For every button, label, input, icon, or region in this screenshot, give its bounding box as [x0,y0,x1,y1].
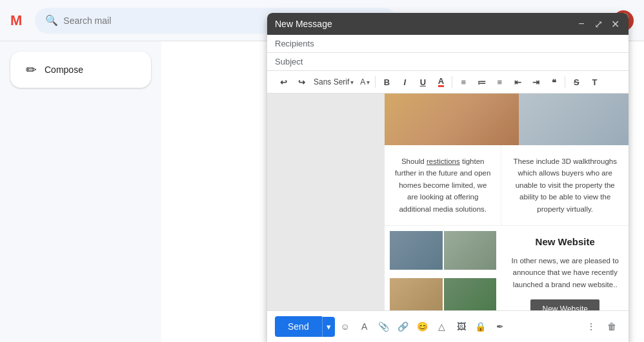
grid-image-4 [444,278,497,310]
underline-button[interactable]: U [414,74,431,90]
compose-header[interactable]: New Message − ⤢ ✕ [267,13,629,35]
minimize-icon[interactable]: − [576,18,587,30]
close-icon[interactable]: ✕ [609,18,621,30]
compose-plus-icon: ✏ [26,62,37,77]
font-color-button[interactable]: A [432,74,449,90]
clear-format-button[interactable]: T [586,74,603,90]
strikethrough-button[interactable]: S [568,74,585,90]
ordered-list-button[interactable]: ≔ [473,74,490,90]
left-grey-panel [267,94,385,310]
indent-less-button[interactable]: ⇤ [509,74,526,90]
compose-label: Compose [45,65,83,75]
format-separator-1 [375,76,376,88]
font-color-icon: A [438,77,444,87]
format-toolbar: ↩ ↪ Sans Serif ▾ A ▾ B I U A ≡ ≔ ≡ ⇤ ⇥ ❝… [267,71,629,94]
font-size-dropdown-icon: ▾ [367,79,370,86]
quote-button[interactable]: ❝ [545,74,562,90]
text-col-left: Should restictions tighten further in th… [385,145,501,225]
text-color-button[interactable]: A [356,317,374,336]
email-layout: Should restictions tighten further in th… [267,94,629,310]
search-icon: 🔍 [45,14,58,26]
grid-image-1 [390,231,443,270]
image-grid-section: New Website In other news, we are please… [385,226,629,310]
image-grid [385,226,501,310]
two-col-text-section: Should restictions tighten further in th… [385,145,629,226]
new-website-text: In other news, we are pleased to announc… [510,255,619,290]
format-separator-2 [452,76,452,88]
redo-button[interactable]: ↪ [293,74,310,90]
send-button-group: Send ▾ [275,316,335,337]
new-website-button[interactable]: New Website [530,299,599,310]
top-image-right [519,94,629,145]
text-col-right: These include 3D walkthroughs which allo… [501,145,629,225]
attach-button[interactable]: 📎 [375,317,393,336]
email-content: Should restictions tighten further in th… [267,94,629,310]
send-dropdown-button[interactable]: ▾ [322,317,335,337]
drive-button[interactable]: △ [433,317,451,336]
new-website-section: New Website In other news, we are please… [501,226,629,310]
expand-icon[interactable]: ⤢ [592,18,604,30]
unordered-list-button[interactable]: ≡ [491,74,508,90]
font-family-label: Sans Serif [314,77,349,86]
grid-image-2 [444,231,497,270]
italic-button[interactable]: I [396,74,413,90]
sidebar: ✏ Compose [0,41,161,342]
align-button[interactable]: ≡ [455,74,472,90]
more-options-button[interactable]: ⋮ [582,317,600,336]
format-separator-3 [565,76,565,88]
recipients-label: Recipients [275,39,314,48]
link-button[interactable]: 🔗 [394,317,412,336]
restrictions-link[interactable]: restictions [427,157,460,165]
send-dropdown-icon: ▾ [327,322,331,332]
compose-button[interactable]: ✏ Compose [10,52,151,88]
compose-title: New Message [275,19,332,29]
emoji2-button[interactable]: 😊 [414,317,432,336]
image-button[interactable]: 🖼 [452,317,470,336]
emoji-button[interactable]: ☺ [336,317,354,336]
lock-button[interactable]: 🔒 [472,317,490,336]
recipients-input[interactable] [314,39,621,48]
font-family-select[interactable]: Sans Serif ▾ [311,76,356,88]
gmail-logo: M [10,12,22,29]
compose-header-icons: − ⤢ ✕ [576,18,621,30]
top-image-left [385,94,519,145]
subject-input[interactable] [314,57,621,66]
font-size-select[interactable]: A ▾ [357,76,372,88]
compose-window: New Message − ⤢ ✕ Recipients Subject ↩ ↪… [267,13,629,342]
subject-field: Subject [267,53,629,71]
indent-more-button[interactable]: ⇥ [527,74,544,90]
grid-image-3 [390,278,443,310]
font-size-label: A [360,77,365,86]
compose-toolbar: Send ▾ ☺ A 📎 🔗 😊 △ 🖼 🔒 ✒ ⋮ 🗑 [267,310,629,342]
subject-label: Subject [275,57,314,66]
bold-button[interactable]: B [378,74,395,90]
recipients-field: Recipients [267,35,629,53]
new-website-title: New Website [510,236,619,247]
font-family-dropdown-icon: ▾ [350,79,354,86]
undo-button[interactable]: ↩ [275,74,292,90]
toolbar-right: ⋮ 🗑 [582,317,621,336]
delete-button[interactable]: 🗑 [603,317,621,336]
top-images-row [385,94,629,145]
compose-body[interactable]: Should restictions tighten further in th… [267,94,629,310]
email-content-inner: Should restictions tighten further in th… [385,94,629,310]
signature-button[interactable]: ✒ [491,317,509,336]
send-button[interactable]: Send [275,316,322,337]
